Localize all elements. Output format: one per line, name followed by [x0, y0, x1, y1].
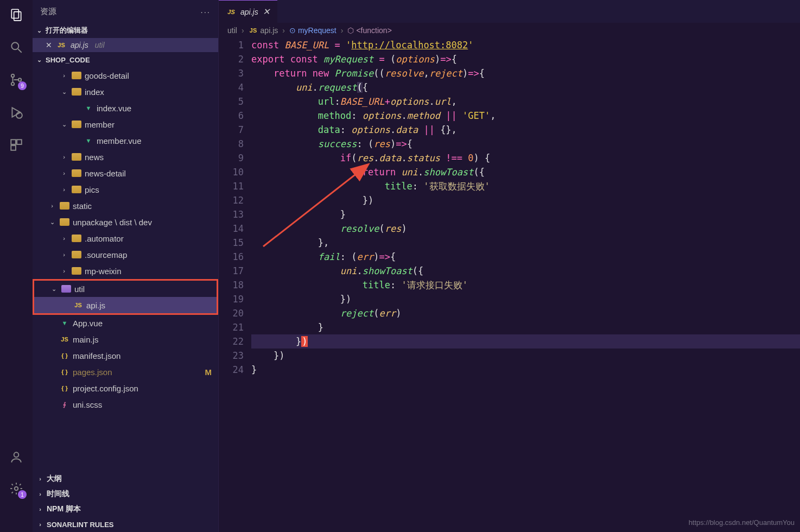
- file-tree: ›goods-detail⌄index▼index.vue⌄member▼mem…: [33, 67, 218, 471]
- tree-item-label: manifest.json: [73, 351, 120, 360]
- tree-item[interactable]: ›news: [33, 149, 218, 165]
- workspace-section[interactable]: ⌄SHOP_CODE: [33, 52, 218, 67]
- tree-item-label: news: [85, 153, 104, 162]
- tree-item-label: member.vue: [97, 136, 142, 145]
- search-icon[interactable]: [8, 39, 24, 55]
- tree-item[interactable]: ›news-detail: [33, 165, 218, 181]
- explorer-icon[interactable]: [8, 7, 24, 23]
- tree-item[interactable]: ⌄unpackage \ dist \ dev: [33, 214, 218, 230]
- code-editor[interactable]: 123456789101112131415161718192021222324 …: [219, 38, 800, 532]
- folder-icon: [61, 285, 71, 293]
- tree-item[interactable]: { }manifest.json: [33, 347, 218, 364]
- source-control-icon[interactable]: 9: [8, 72, 24, 88]
- symbol-icon: ⊙: [289, 26, 296, 35]
- folder-icon: [60, 218, 69, 226]
- scm-badge: 9: [18, 81, 27, 90]
- chevron-icon: ›: [60, 251, 68, 258]
- folder-icon: [72, 72, 81, 79]
- tree-item[interactable]: ›.automator: [33, 230, 218, 246]
- editor-area: JS api.js ✕ util› JSapi.js› ⊙myRequest› …: [219, 0, 800, 532]
- js-icon: JS: [249, 27, 258, 34]
- breadcrumb[interactable]: util› JSapi.js› ⊙myRequest› ⬡<function>: [219, 23, 800, 38]
- tree-item[interactable]: ›static: [33, 198, 218, 214]
- explorer-sidebar: 资源 ··· ⌄打开的编辑器 ✕ JS api.js util ⌄SHOP_CO…: [33, 0, 219, 532]
- vue-icon: ▼: [60, 320, 69, 326]
- chevron-icon: ›: [60, 154, 68, 160]
- debug-icon[interactable]: [8, 104, 24, 121]
- folder-icon: [60, 202, 69, 210]
- scss-icon: ∮: [60, 401, 69, 408]
- svg-point-11: [14, 452, 19, 457]
- tree-item-label: api.js: [86, 301, 105, 310]
- tree-item-label: uni.scss: [73, 400, 102, 409]
- tree-item[interactable]: { }pages.jsonM: [33, 364, 218, 380]
- close-icon[interactable]: ✕: [263, 7, 270, 17]
- tree-item[interactable]: ▼App.vue: [33, 315, 218, 331]
- svg-rect-9: [17, 140, 22, 144]
- watermark: https://blog.csdn.net/QuantumYou: [689, 518, 795, 527]
- outline-section[interactable]: ›大纲: [33, 471, 218, 486]
- tree-item-label: index: [85, 87, 104, 97]
- tree-item-label: mp-weixin: [85, 267, 122, 276]
- tab-bar: JS api.js ✕: [219, 0, 800, 23]
- tree-item[interactable]: JSapi.js: [34, 297, 217, 313]
- tree-item-label: goods-detail: [85, 71, 129, 80]
- settings-icon[interactable]: 1: [8, 480, 24, 497]
- tree-item[interactable]: { }project.config.json: [33, 380, 218, 396]
- js-icon: JS: [73, 302, 83, 308]
- chevron-icon: ⌄: [48, 219, 56, 226]
- tree-item-label: static: [73, 201, 92, 211]
- code-content[interactable]: const BASE_URL = 'http://localhost:8082'…: [251, 38, 800, 532]
- folder-icon: [72, 169, 81, 177]
- timeline-section[interactable]: ›时间线: [33, 486, 218, 502]
- settings-badge: 1: [18, 490, 27, 499]
- tree-item-label: .sourcemap: [85, 250, 127, 259]
- tree-item[interactable]: ∮uni.scss: [33, 396, 218, 413]
- tree-item[interactable]: ▼index.vue: [33, 100, 218, 116]
- chevron-icon: ⌄: [49, 286, 58, 293]
- tree-item[interactable]: ›pics: [33, 181, 218, 198]
- function-icon: ⬡: [347, 26, 354, 35]
- line-gutter: 123456789101112131415161718192021222324: [219, 38, 251, 532]
- open-editor-item[interactable]: ✕ JS api.js util: [33, 38, 218, 52]
- folder-icon: [72, 153, 81, 161]
- highlighted-folder: ⌄utilJSapi.js: [33, 279, 218, 315]
- tree-item[interactable]: ›mp-weixin: [33, 263, 218, 279]
- tree-item-label: project.config.json: [73, 384, 138, 393]
- js-icon: JS: [60, 336, 69, 343]
- chevron-icon: ›: [60, 186, 68, 193]
- account-icon[interactable]: [8, 449, 24, 465]
- tree-item-label: main.js: [73, 335, 99, 344]
- chevron-icon: ›: [60, 268, 68, 274]
- npm-section[interactable]: ›NPM 脚本: [33, 502, 218, 517]
- chevron-icon: ›: [60, 170, 68, 176]
- svg-point-12: [15, 487, 18, 491]
- folder-icon: [72, 267, 81, 275]
- tree-item[interactable]: ›goods-detail: [33, 67, 218, 84]
- svg-rect-0: [11, 9, 18, 18]
- tree-item[interactable]: ⌄util: [34, 281, 217, 297]
- svg-rect-1: [14, 12, 21, 21]
- tree-item[interactable]: ▼member.vue: [33, 132, 218, 149]
- vue-icon: ▼: [84, 105, 93, 111]
- svg-point-6: [18, 78, 21, 81]
- tree-item[interactable]: JSmain.js: [33, 331, 218, 347]
- close-icon[interactable]: ✕: [46, 41, 52, 49]
- folder-icon: [72, 186, 81, 193]
- tab-api-js[interactable]: JS api.js ✕: [219, 0, 277, 23]
- chevron-icon: ⌄: [60, 121, 68, 128]
- tree-item-label: pics: [85, 185, 99, 194]
- chevron-icon: ⌄: [60, 88, 68, 96]
- tree-item[interactable]: ⌄member: [33, 116, 218, 132]
- tree-item[interactable]: ⌄index: [33, 84, 218, 100]
- open-editors-section[interactable]: ⌄打开的编辑器: [33, 23, 218, 38]
- more-icon[interactable]: ···: [200, 7, 211, 16]
- folder-icon: [72, 121, 81, 128]
- sonarlint-section[interactable]: ›SONARLINT RULES: [33, 517, 218, 532]
- folder-icon: [72, 235, 81, 242]
- vue-icon: ▼: [84, 137, 93, 144]
- extensions-icon[interactable]: [8, 137, 24, 153]
- tree-item[interactable]: ›.sourcemap: [33, 246, 218, 263]
- js-icon: JS: [226, 9, 236, 15]
- svg-point-4: [11, 74, 14, 77]
